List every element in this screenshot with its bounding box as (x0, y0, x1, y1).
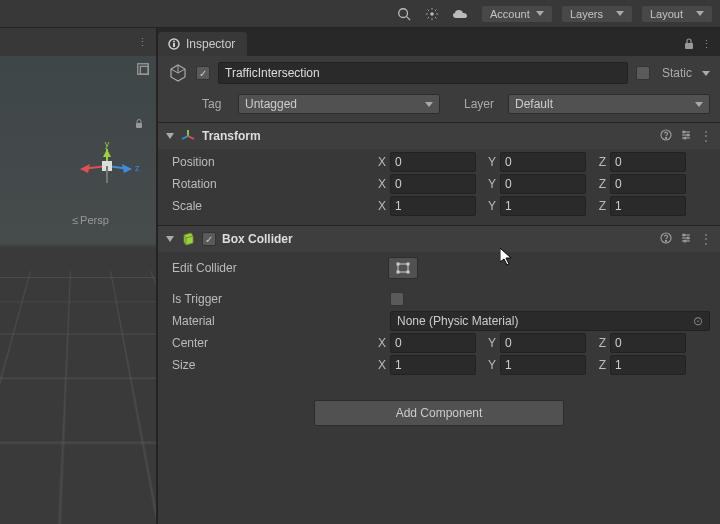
gameobject-enabled-checkbox[interactable] (196, 66, 210, 80)
scene-lighting-icon[interactable] (420, 4, 444, 24)
layers-label: Layers (570, 8, 603, 20)
rotation-x-field[interactable] (390, 174, 476, 194)
layer-dropdown[interactable]: Default (508, 94, 710, 114)
svg-rect-11 (138, 64, 149, 75)
help-icon[interactable] (660, 232, 672, 247)
material-value: None (Physic Material) (397, 314, 518, 328)
svg-point-42 (684, 137, 686, 139)
size-x-field[interactable] (390, 355, 476, 375)
layout-dropdown[interactable]: Layout (642, 6, 712, 22)
svg-line-31 (178, 69, 185, 73)
gameobject-icon[interactable] (168, 63, 188, 83)
help-icon[interactable] (660, 129, 672, 144)
object-picker-icon[interactable]: ⊙ (693, 314, 703, 328)
size-y-field[interactable] (500, 355, 586, 375)
box-collider-header[interactable]: Box Collider ⋮ (158, 226, 720, 252)
static-label: Static (662, 66, 692, 80)
svg-point-41 (687, 134, 689, 136)
scale-row: Scale X Y Z (168, 195, 710, 217)
tab-inspector[interactable]: Inspector (158, 32, 247, 56)
rotation-label: Rotation (168, 177, 366, 191)
box-collider-enabled-checkbox[interactable] (202, 232, 216, 246)
z-label: Z (590, 336, 606, 350)
edit-collider-row: Edit Collider (168, 254, 710, 282)
foldout-icon[interactable] (166, 236, 174, 242)
x-label: X (370, 155, 386, 169)
z-label: Z (590, 177, 606, 191)
preset-icon[interactable] (680, 129, 692, 144)
chevron-down-icon (425, 102, 433, 107)
center-x-field[interactable] (390, 333, 476, 353)
svg-point-52 (683, 234, 685, 236)
lock-icon[interactable] (683, 38, 695, 52)
svg-line-9 (428, 17, 429, 18)
inspector-panel: Inspector ⋮ Static Tag Untagged (158, 28, 720, 524)
scale-x-field[interactable] (390, 196, 476, 216)
layout-label: Layout (650, 8, 683, 20)
scene-panel: ⋮ y z (0, 28, 158, 524)
transform-header[interactable]: Transform ⋮ (158, 123, 720, 149)
scale-z-field[interactable] (610, 196, 686, 216)
z-label: Z (590, 199, 606, 213)
search-icon[interactable] (392, 4, 416, 24)
scale-y-field[interactable] (500, 196, 586, 216)
svg-point-48 (665, 240, 666, 241)
add-component-button[interactable]: Add Component (314, 400, 564, 426)
center-y-field[interactable] (500, 333, 586, 353)
maximize-icon[interactable] (136, 62, 150, 78)
orientation-gizmo[interactable]: y z (72, 131, 142, 201)
menu-icon[interactable]: ⋮ (701, 38, 712, 52)
menu-icon[interactable]: ⋮ (134, 34, 150, 50)
svg-rect-27 (685, 43, 693, 49)
foldout-icon[interactable] (166, 133, 174, 139)
center-label: Center (168, 336, 366, 350)
menu-icon[interactable]: ⋮ (700, 232, 712, 247)
svg-point-40 (683, 131, 685, 133)
svg-line-8 (435, 17, 436, 18)
material-field[interactable]: None (Physic Material) ⊙ (390, 311, 710, 331)
rotation-y-field[interactable] (500, 174, 586, 194)
inspector-tab-label: Inspector (186, 37, 235, 51)
x-label: X (370, 336, 386, 350)
position-label: Position (168, 155, 366, 169)
svg-point-53 (687, 237, 689, 239)
edit-collider-label: Edit Collider (168, 261, 366, 275)
preset-icon[interactable] (680, 232, 692, 247)
layer-value: Default (515, 97, 553, 111)
scene-viewport[interactable]: y z Persp (0, 56, 156, 524)
position-y-field[interactable] (500, 152, 586, 172)
svg-line-34 (182, 136, 188, 139)
svg-rect-58 (397, 271, 399, 273)
svg-line-7 (428, 9, 429, 10)
scene-grid (0, 271, 156, 524)
size-row: Size X Y Z (168, 354, 710, 376)
svg-text:y: y (105, 139, 110, 149)
position-z-field[interactable] (610, 152, 686, 172)
svg-rect-13 (136, 123, 142, 128)
perspective-label[interactable]: Persp (72, 214, 109, 226)
account-dropdown[interactable]: Account (482, 6, 552, 22)
chevron-down-icon (695, 102, 703, 107)
edit-collider-button[interactable] (388, 257, 418, 279)
gameobject-name-field[interactable] (218, 62, 628, 84)
static-checkbox[interactable] (636, 66, 650, 80)
center-z-field[interactable] (610, 333, 686, 353)
menu-icon[interactable]: ⋮ (700, 129, 712, 144)
lock-icon[interactable] (134, 119, 144, 131)
svg-marker-21 (80, 164, 90, 173)
size-z-field[interactable] (610, 355, 686, 375)
position-x-field[interactable] (390, 152, 476, 172)
layers-dropdown[interactable]: Layers (562, 6, 632, 22)
static-dropdown-icon[interactable] (702, 71, 710, 76)
is-trigger-checkbox[interactable] (390, 292, 404, 306)
cloud-icon[interactable] (448, 4, 472, 24)
tag-dropdown[interactable]: Untagged (238, 94, 440, 114)
x-label: X (370, 358, 386, 372)
component-box-collider: Box Collider ⋮ Edit Collider (158, 225, 720, 384)
center-row: Center X Y Z (168, 332, 710, 354)
svg-rect-12 (140, 66, 148, 74)
y-label: Y (480, 358, 496, 372)
scale-label: Scale (168, 199, 366, 213)
rotation-z-field[interactable] (610, 174, 686, 194)
svg-point-25 (173, 41, 175, 43)
